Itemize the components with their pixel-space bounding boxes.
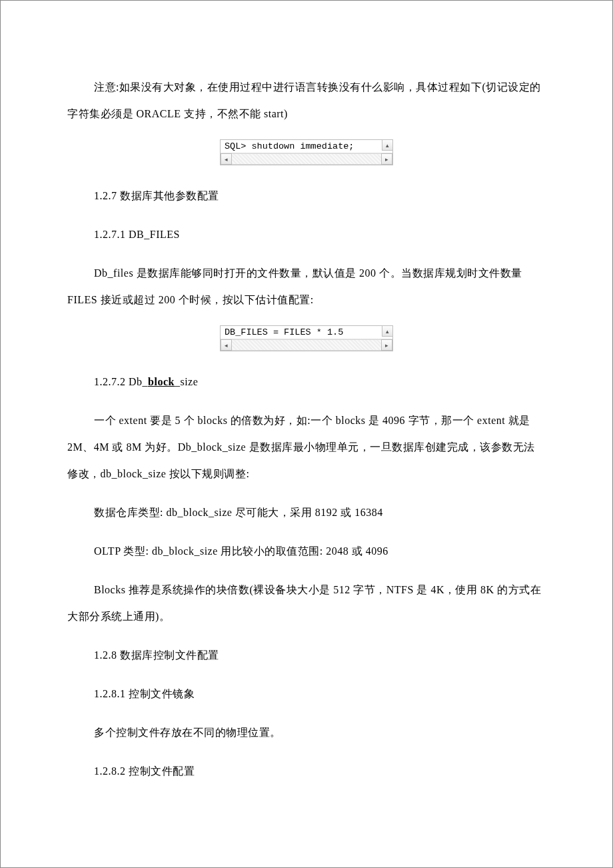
scroll-track[interactable]	[232, 339, 381, 351]
heading-1-2-7-1: 1.2.7.1 DB_FILES	[67, 221, 546, 248]
document-page: 注意:如果没有大对象，在使用过程中进行语言转换没有什么影响，具体过程如下(切记设…	[0, 0, 613, 868]
paragraph-dbfiles: Db_files 是数据库能够同时打开的文件数量，默认值是 200 个。当数据库…	[67, 260, 546, 313]
h-scrollbar-2: ◂ ▸	[221, 339, 392, 351]
heading-1-2-7-2: 1.2.7.2 Db_block_size	[67, 369, 546, 395]
scroll-left-icon[interactable]: ◂	[221, 339, 232, 351]
code-box-2: DB_FILES = FILES * 1.5 ▴ ◂ ▸	[220, 325, 393, 351]
heading-bold-underline: block	[148, 376, 175, 387]
scroll-right-icon[interactable]: ▸	[381, 339, 392, 351]
paragraph-note: 注意:如果没有大对象，在使用过程中进行语言转换没有什么影响，具体过程如下(切记设…	[67, 74, 546, 127]
code-text-1: SQL> shutdown immediate;	[221, 140, 392, 153]
paragraph-blocks: Blocks 推荐是系统操作的块倍数(裸设备块大小是 512 字节，NTFS 是…	[67, 577, 546, 630]
heading-suffix: _size	[175, 376, 198, 387]
paragraph-extent: 一个 extent 要是 5 个 blocks 的倍数为好，如:一个 block…	[67, 407, 546, 487]
heading-1-2-8-2: 1.2.8.2 控制文件配置	[67, 758, 546, 785]
h-scrollbar-1: ◂ ▸	[221, 153, 392, 165]
paragraph-warehouse: 数据仓库类型: db_block_size 尽可能大，采用 8192 或 163…	[67, 499, 546, 526]
heading-1-2-8-1: 1.2.8.1 控制文件镜象	[67, 681, 546, 707]
heading-prefix: 1.2.7.2 Db_	[94, 376, 148, 387]
code-box-wrap-1: SQL> shutdown immediate; ▴ ◂ ▸	[67, 139, 546, 165]
code-box-1: SQL> shutdown immediate; ▴ ◂ ▸	[220, 139, 393, 165]
heading-1-2-7: 1.2.7 数据库其他参数配置	[67, 183, 546, 209]
code-box-wrap-2: DB_FILES = FILES * 1.5 ▴ ◂ ▸	[67, 325, 546, 351]
scroll-up-icon[interactable]: ▴	[382, 325, 393, 337]
scroll-track[interactable]	[232, 153, 381, 165]
scroll-right-icon[interactable]: ▸	[381, 153, 392, 165]
heading-1-2-8: 1.2.8 数据库控制文件配置	[67, 642, 546, 669]
code-text-2: DB_FILES = FILES * 1.5	[221, 326, 392, 339]
paragraph-control-mirror: 多个控制文件存放在不同的物理位置。	[67, 719, 546, 746]
paragraph-oltp: OLTP 类型: db_block_size 用比较小的取值范围: 2048 或…	[67, 538, 546, 565]
scroll-left-icon[interactable]: ◂	[221, 153, 232, 165]
scroll-up-icon[interactable]: ▴	[382, 139, 393, 151]
